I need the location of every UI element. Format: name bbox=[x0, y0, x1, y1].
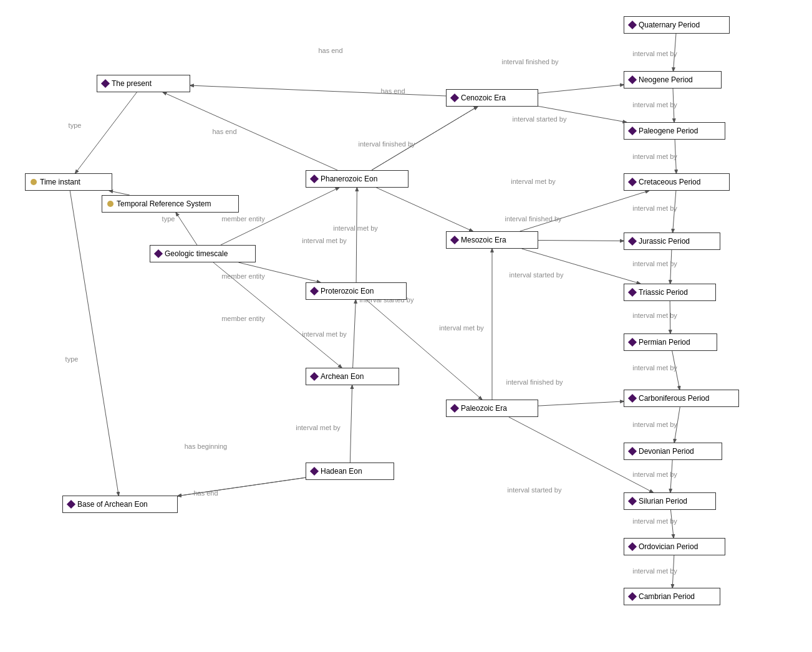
edge-label: has end bbox=[212, 128, 236, 135]
svg-line-25 bbox=[673, 191, 676, 233]
diamond-icon bbox=[450, 93, 459, 102]
edge-label: interval finished by bbox=[506, 378, 563, 386]
node-permian-period: Permian Period bbox=[624, 333, 717, 351]
svg-line-9 bbox=[238, 262, 320, 282]
edge-label: interval met by bbox=[632, 153, 677, 160]
node-proterozoic-eon: Proterozoic Eon bbox=[306, 282, 407, 300]
diamond-icon bbox=[628, 21, 637, 29]
edge-label: interval met by bbox=[632, 567, 677, 575]
node-label: Cretaceous Period bbox=[639, 178, 700, 186]
svg-line-21 bbox=[538, 106, 626, 122]
edge-label: has end bbox=[380, 87, 405, 95]
node-label: Neogene Period bbox=[639, 75, 693, 84]
node-label: Temporal Reference System bbox=[117, 199, 211, 208]
node-mesozoic-era: Mesozoic Era bbox=[446, 231, 538, 249]
node-label: Archean Eon bbox=[321, 372, 364, 381]
edge-label: has end bbox=[193, 489, 218, 497]
svg-line-30 bbox=[538, 401, 624, 406]
node-label: Hadean Eon bbox=[321, 467, 362, 476]
svg-line-4 bbox=[109, 191, 130, 195]
node-cambrian-period: Cambrian Period bbox=[624, 588, 720, 605]
edge-label: interval met by bbox=[439, 324, 484, 332]
svg-line-22 bbox=[675, 140, 676, 173]
node-label: Permian Period bbox=[639, 338, 690, 347]
node-label: Phanerozoic Eon bbox=[321, 175, 377, 183]
svg-line-19 bbox=[674, 34, 676, 71]
diamond-icon bbox=[628, 127, 637, 135]
node-triassic-period: Triassic Period bbox=[624, 284, 716, 301]
node-label: Triassic Period bbox=[639, 288, 688, 297]
node-archean-eon: Archean Eon bbox=[306, 368, 399, 385]
edge-label: interval met by bbox=[296, 424, 341, 431]
svg-line-31 bbox=[674, 407, 680, 443]
node-label: Silurian Period bbox=[639, 497, 687, 506]
svg-line-34 bbox=[670, 510, 674, 538]
circle-icon bbox=[107, 201, 114, 207]
node-paleogene-period: Paleogene Period bbox=[624, 122, 725, 140]
diamond-icon bbox=[310, 372, 319, 381]
node-label: Ordovician Period bbox=[639, 542, 698, 551]
svg-line-28 bbox=[670, 301, 670, 333]
svg-line-16 bbox=[178, 477, 306, 496]
edge-label: interval finished by bbox=[358, 140, 415, 148]
edge-label: interval met by bbox=[302, 330, 347, 338]
svg-line-15 bbox=[178, 477, 306, 496]
node-jurassic-period: Jurassic Period bbox=[624, 233, 720, 250]
svg-line-13 bbox=[350, 385, 352, 463]
diamond-icon bbox=[450, 404, 459, 413]
edge-label: interval met by bbox=[632, 204, 677, 212]
svg-line-27 bbox=[522, 249, 640, 284]
node-label: Base of Archean Eon bbox=[77, 500, 148, 509]
svg-line-23 bbox=[520, 191, 649, 231]
svg-line-26 bbox=[670, 250, 672, 284]
node-time-instant: Time instant bbox=[25, 173, 112, 191]
edge-label: interval met by bbox=[632, 260, 677, 267]
node-neogene-period: Neogene Period bbox=[624, 71, 722, 89]
diamond-icon bbox=[154, 249, 163, 258]
svg-line-35 bbox=[672, 555, 674, 588]
svg-line-7 bbox=[376, 188, 473, 231]
node-quaternary-period: Quaternary Period bbox=[624, 16, 730, 34]
diamond-icon bbox=[310, 175, 319, 183]
node-label: The present bbox=[112, 79, 152, 88]
node-devonian-period: Devonian Period bbox=[624, 443, 722, 460]
diagram: has endhas endhas endtypetypeinterval fi… bbox=[0, 0, 812, 652]
diamond-icon bbox=[628, 394, 637, 403]
svg-line-2 bbox=[163, 92, 337, 170]
node-phanerozoic-eon: Phanerozoic Eon bbox=[306, 170, 408, 188]
node-cenozoic-era: Cenozoic Era bbox=[446, 89, 538, 107]
edge-label: interval met by bbox=[632, 364, 677, 372]
diamond-icon bbox=[101, 79, 110, 88]
node-label: Cenozoic Era bbox=[461, 93, 506, 102]
node-label: Proterozoic Eon bbox=[321, 287, 374, 295]
diamond-icon bbox=[628, 542, 637, 551]
diamond-icon bbox=[628, 592, 637, 601]
edge-label: interval met by bbox=[302, 237, 347, 244]
node-geologic-timescale: Geologic timescale bbox=[150, 245, 256, 262]
edge-label: interval met by bbox=[632, 312, 677, 319]
svg-line-11 bbox=[356, 188, 357, 282]
diamond-icon bbox=[628, 288, 637, 297]
svg-line-18 bbox=[538, 85, 624, 93]
edge-label: interval met by bbox=[632, 101, 677, 108]
edge-label: interval met by bbox=[632, 517, 677, 525]
edge-label: type bbox=[69, 122, 82, 129]
svg-line-20 bbox=[673, 89, 674, 122]
diamond-icon bbox=[628, 178, 637, 186]
svg-line-29 bbox=[672, 351, 680, 390]
node-label: Mesozoic Era bbox=[461, 236, 506, 244]
circle-icon bbox=[31, 179, 37, 185]
node-silurian-period: Silurian Period bbox=[624, 492, 716, 510]
node-label: Quaternary Period bbox=[639, 21, 700, 29]
edge-label: type bbox=[65, 355, 79, 363]
node-label: Time instant bbox=[40, 178, 80, 186]
edge-label: type bbox=[162, 215, 175, 223]
diamond-icon bbox=[628, 237, 637, 246]
edge-label: interval met by bbox=[333, 224, 378, 232]
edge-label: interval finished by bbox=[501, 58, 559, 65]
node-carboniferous-period: Carboniferous Period bbox=[624, 390, 739, 407]
diamond-icon bbox=[628, 497, 637, 506]
edge-label: member entity bbox=[221, 315, 265, 322]
node-ordovician-period: Ordovician Period bbox=[624, 538, 725, 555]
diamond-icon bbox=[450, 236, 459, 244]
